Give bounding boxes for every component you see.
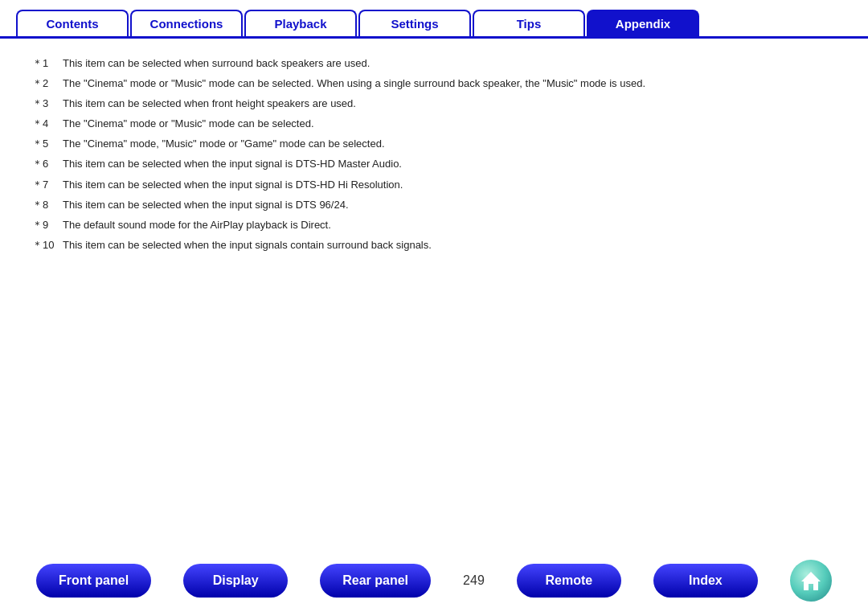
rear-panel-button[interactable]: Rear panel	[320, 564, 431, 598]
footnote-6: ＊6 This item can be selected when the in…	[32, 155, 836, 173]
footnote-text-7: This item can be selected when the input…	[63, 176, 403, 194]
footnote-text-10: This item can be selected when the input…	[63, 236, 432, 254]
footnote-text-2: The "Cinema" mode or "Music" mode can be…	[63, 75, 645, 92]
tab-tips[interactable]: Tips	[473, 10, 585, 36]
footnote-text-3: This item can be selected when front hei…	[63, 95, 356, 113]
front-panel-button[interactable]: Front panel	[36, 564, 151, 598]
footnote-text-8: This item can be selected when the input…	[63, 196, 349, 214]
footnote-marker-10: ＊10	[32, 236, 63, 254]
page-number: 249	[463, 573, 485, 588]
footnote-text-1: This item can be selected when surround …	[63, 55, 370, 72]
home-button[interactable]	[790, 560, 832, 602]
footnote-5: ＊5 The "Cinema" mode, "Music" mode or "G…	[32, 135, 836, 153]
footnote-4: ＊4 The "Cinema" mode or "Music" mode can…	[32, 115, 836, 133]
footnote-text-5: The "Cinema" mode, "Music" mode or "Game…	[63, 135, 385, 153]
footnote-7: ＊7 This item can be selected when the in…	[32, 176, 836, 194]
footnote-text-6: This item can be selected when the input…	[63, 155, 402, 173]
footnote-text-4: The "Cinema" mode or "Music" mode can be…	[63, 115, 314, 133]
tab-connections[interactable]: Connections	[130, 10, 243, 36]
footnote-marker-3: ＊3	[32, 95, 63, 113]
footnote-marker-6: ＊6	[32, 155, 63, 173]
svg-marker-0	[801, 572, 821, 590]
footnote-9: ＊9 The default sound mode for the AirPla…	[32, 216, 836, 234]
tab-appendix[interactable]: Appendix	[587, 10, 699, 36]
tab-playback[interactable]: Playback	[244, 10, 357, 36]
main-content: ＊1 This item can be selected when surrou…	[0, 39, 868, 273]
footnote-marker-1: ＊1	[32, 55, 63, 72]
footnote-marker-5: ＊5	[32, 135, 63, 153]
footnote-10: ＊10 This item can be selected when the i…	[32, 236, 836, 254]
tab-contents[interactable]: Contents	[16, 10, 129, 36]
bottom-nav: Front panel Display Rear panel 249 Remot…	[0, 553, 868, 608]
remote-button[interactable]: Remote	[517, 564, 621, 598]
footnote-marker-2: ＊2	[32, 75, 63, 92]
home-icon	[800, 570, 822, 591]
footnote-marker-8: ＊8	[32, 196, 63, 214]
footnote-3: ＊3 This item can be selected when front …	[32, 95, 836, 113]
footnote-marker-4: ＊4	[32, 115, 63, 133]
footnote-text-9: The default sound mode for the AirPlay p…	[63, 216, 331, 234]
footnote-2: ＊2 The "Cinema" mode or "Music" mode can…	[32, 75, 836, 92]
footnote-1: ＊1 This item can be selected when surrou…	[32, 55, 836, 72]
footnote-8: ＊8 This item can be selected when the in…	[32, 196, 836, 214]
nav-tabs: Contents Connections Playback Settings T…	[0, 0, 868, 39]
footnote-marker-9: ＊9	[32, 216, 63, 234]
footnote-marker-7: ＊7	[32, 176, 63, 194]
display-button[interactable]: Display	[183, 564, 288, 598]
index-button[interactable]: Index	[653, 564, 758, 598]
tab-settings[interactable]: Settings	[358, 10, 471, 36]
